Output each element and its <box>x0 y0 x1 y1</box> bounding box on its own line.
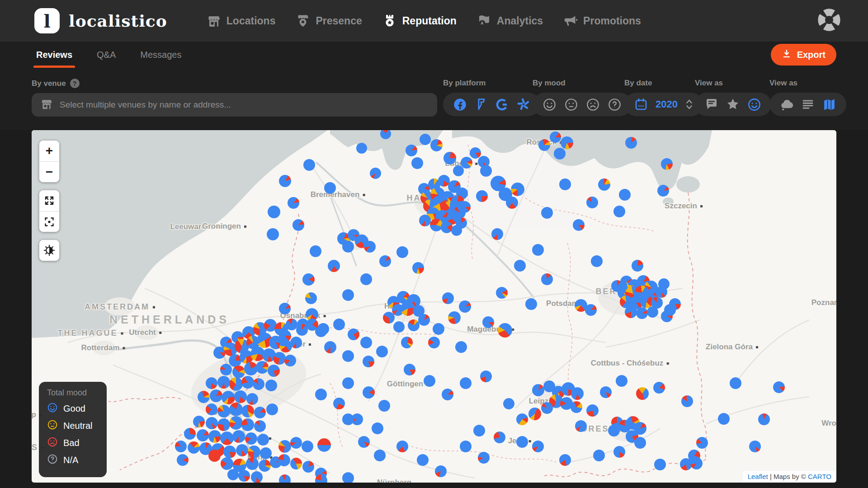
foursquare-icon[interactable] <box>475 98 487 111</box>
map-review-marker[interactable] <box>284 355 296 366</box>
map-review-marker[interactable] <box>573 219 585 231</box>
map-review-marker[interactable] <box>257 434 269 446</box>
map-review-marker[interactable] <box>482 316 494 328</box>
map-review-marker[interactable] <box>245 432 257 445</box>
map-review-marker[interactable] <box>417 454 429 466</box>
word-cloud-icon[interactable] <box>779 98 793 112</box>
text-list-icon[interactable] <box>801 98 815 111</box>
map-review-marker[interactable] <box>253 378 264 390</box>
map-review-marker[interactable] <box>305 292 317 304</box>
map-review-marker[interactable] <box>241 405 254 418</box>
map-review-marker[interactable] <box>696 437 708 449</box>
map-review-marker[interactable] <box>593 450 605 461</box>
map-review-marker[interactable] <box>315 389 327 400</box>
map-review-marker[interactable] <box>494 432 505 443</box>
mood-smiley-icon[interactable] <box>747 98 761 112</box>
map-review-marker[interactable] <box>730 377 741 389</box>
map-review-marker[interactable] <box>749 441 761 452</box>
map-review-marker[interactable] <box>265 380 277 391</box>
map-review-marker[interactable] <box>664 304 676 316</box>
mood-neutral-icon[interactable] <box>564 98 578 112</box>
map-review-marker[interactable] <box>401 337 413 348</box>
map-review-marker[interactable] <box>302 441 313 452</box>
map-review-marker[interactable] <box>372 422 383 434</box>
date-select[interactable]: 2020 <box>624 93 703 116</box>
tab-qa[interactable]: Q&A <box>97 42 116 68</box>
map-review-marker[interactable] <box>290 337 302 348</box>
map-review-marker[interactable] <box>453 165 464 176</box>
map-review-marker[interactable] <box>541 273 553 285</box>
map-review-marker[interactable] <box>525 298 537 310</box>
map-review-marker[interactable] <box>636 307 648 319</box>
map-review-marker[interactable] <box>441 221 453 233</box>
map-review-marker[interactable] <box>342 241 354 253</box>
map-review-marker[interactable] <box>197 429 209 441</box>
map-review-marker[interactable] <box>317 323 329 335</box>
map-review-marker[interactable] <box>613 206 625 217</box>
map-review-marker[interactable] <box>658 278 670 290</box>
map-review-marker[interactable] <box>591 255 603 267</box>
map-review-marker[interactable] <box>342 413 354 425</box>
localistico-logo[interactable]: l <box>34 8 60 33</box>
map-review-marker[interactable] <box>268 206 280 218</box>
map-review-marker[interactable] <box>360 337 372 348</box>
map-review-marker[interactable] <box>773 381 785 393</box>
map-review-marker[interactable] <box>358 436 370 448</box>
map-review-marker[interactable] <box>248 446 260 458</box>
map-review-marker[interactable] <box>480 165 492 177</box>
map-review-marker[interactable] <box>491 228 503 240</box>
map-review-marker[interactable] <box>503 398 514 409</box>
nav-item-promotions[interactable]: Promotions <box>564 14 641 28</box>
map-review-marker[interactable] <box>279 303 291 314</box>
map-review-marker[interactable] <box>229 377 243 391</box>
map-review-marker[interactable] <box>302 461 314 473</box>
tab-reviews[interactable]: Reviews <box>36 42 72 68</box>
map-review-marker[interactable] <box>532 441 544 452</box>
map-review-marker[interactable] <box>279 474 291 483</box>
map-review-marker[interactable] <box>424 375 435 387</box>
map-review-marker[interactable] <box>324 182 336 194</box>
map-review-marker[interactable] <box>393 321 405 333</box>
map-review-marker[interactable] <box>420 134 431 145</box>
map-review-marker[interactable] <box>229 403 243 416</box>
map-review-marker[interactable] <box>356 143 367 154</box>
map-review-marker[interactable] <box>267 228 279 240</box>
map-review-marker[interactable] <box>324 341 336 353</box>
map-review-marker[interactable] <box>408 319 420 331</box>
map-review-marker[interactable] <box>575 420 587 432</box>
map-review-marker[interactable] <box>342 377 354 389</box>
map-review-marker[interactable] <box>412 262 424 274</box>
map-review-marker[interactable] <box>657 185 669 197</box>
map-review-marker[interactable] <box>613 446 625 458</box>
map-review-marker[interactable] <box>498 323 512 338</box>
map-review-marker[interactable] <box>448 311 461 324</box>
map-review-marker[interactable] <box>559 178 571 190</box>
map-review-marker[interactable] <box>406 145 417 156</box>
map-review-marker[interactable] <box>232 430 245 443</box>
map-review-marker[interactable] <box>419 215 431 226</box>
map-review-marker[interactable] <box>220 364 232 375</box>
map-review-marker[interactable] <box>442 389 453 400</box>
map-icon[interactable] <box>822 98 836 112</box>
yelp-icon[interactable] <box>517 98 530 111</box>
map-review-marker[interactable] <box>541 402 553 414</box>
map-review-marker[interactable] <box>442 292 454 304</box>
map-review-marker[interactable] <box>554 148 566 160</box>
map-review-marker[interactable] <box>470 147 481 159</box>
map-review-marker[interactable] <box>260 447 272 459</box>
map-review-marker[interactable] <box>273 352 286 365</box>
map-review-marker[interactable] <box>528 408 541 420</box>
map-review-marker[interactable] <box>254 407 266 418</box>
map-review-marker[interactable] <box>585 304 597 316</box>
map-review-marker[interactable] <box>360 273 372 285</box>
map-review-marker[interactable] <box>374 450 386 461</box>
map-review-marker[interactable] <box>317 438 331 452</box>
map-review-marker[interactable] <box>690 457 703 469</box>
map-review-marker[interactable] <box>654 459 666 470</box>
map-review-marker[interactable] <box>476 190 488 202</box>
map-review-marker[interactable] <box>227 469 239 480</box>
map-review-marker[interactable] <box>586 197 598 208</box>
map-review-marker[interactable] <box>538 139 550 151</box>
map-review-marker[interactable] <box>290 437 302 449</box>
map-review-marker[interactable] <box>259 460 271 472</box>
